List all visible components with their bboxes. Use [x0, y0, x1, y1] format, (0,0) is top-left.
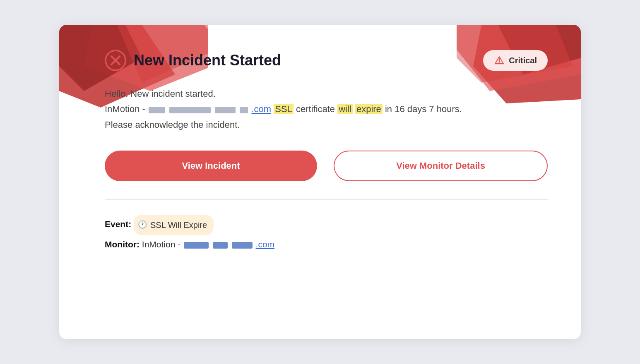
clock-icon: 🕐: [138, 217, 147, 233]
message-line3: Please acknowledge the incident.: [105, 117, 548, 132]
expire-highlight: expire: [355, 104, 383, 114]
header-row: New Incident Started Critical: [105, 50, 548, 71]
svg-point-15: [499, 62, 500, 64]
critical-label: Critical: [509, 56, 537, 65]
warning-icon: [494, 55, 505, 66]
monitor-text: InMotion - .com: [142, 239, 274, 249]
monitor-redacted-3: [232, 242, 253, 249]
monitor-row: Monitor: InMotion - .com: [105, 235, 548, 254]
redacted-3: [215, 107, 236, 113]
title-group: New Incident Started: [105, 50, 281, 71]
incident-title: New Incident Started: [134, 52, 281, 69]
monitor-redacted-2: [213, 242, 228, 249]
buttons-row: View Incident View Monitor Details: [105, 151, 548, 181]
notification-card: New Incident Started Critical Hello. New…: [59, 25, 581, 339]
divider: [105, 199, 548, 200]
monitor-redacted-1: [184, 242, 209, 249]
redacted-4: [240, 107, 248, 113]
will-highlight: will: [337, 104, 353, 114]
message-line2: InMotion - .com SSL certificate will exp…: [105, 101, 548, 117]
incident-icon: [105, 50, 126, 71]
event-row: Event: 🕐 SSL Will Expire: [105, 215, 548, 235]
event-label: Event:: [105, 219, 131, 229]
monitor-prefix: InMotion -: [142, 239, 183, 249]
message-block: Hello. New incident started. InMotion - …: [105, 86, 548, 132]
redacted-1: [149, 107, 165, 113]
event-value: SSL Will Expire: [150, 216, 207, 234]
view-monitor-details-button[interactable]: View Monitor Details: [334, 151, 548, 181]
monitor-label: Monitor:: [105, 239, 140, 249]
critical-badge: Critical: [483, 50, 548, 71]
monitor-link[interactable]: .com: [256, 239, 275, 249]
event-badge: 🕐 SSL Will Expire: [134, 215, 214, 235]
message-prefix: InMotion -: [105, 104, 148, 114]
redacted-2: [169, 107, 211, 113]
message-suffix: in 16 days 7 hours.: [385, 104, 462, 114]
ssl-highlight: SSL: [274, 104, 294, 114]
message-ssl: SSL certificate: [274, 104, 337, 114]
domain-link[interactable]: .com: [251, 104, 271, 114]
message-line1: Hello. New incident started.: [105, 86, 548, 101]
view-incident-button[interactable]: View Incident: [105, 151, 317, 181]
details-block: Event: 🕐 SSL Will Expire Monitor: InMoti…: [105, 215, 548, 254]
